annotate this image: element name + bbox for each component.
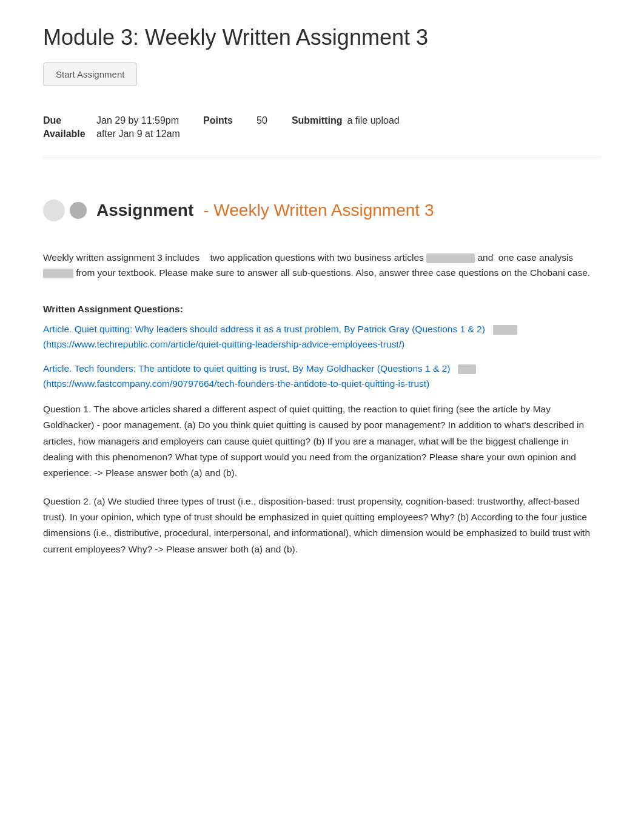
redacted-2: [43, 269, 73, 278]
question2-block: Question 2. (a) We studied three types o…: [43, 494, 601, 557]
submitting-value: a file upload: [347, 115, 399, 126]
section-heading: Written Assignment Questions:: [43, 304, 601, 315]
question2-text: Question 2. (a) We studied three types o…: [43, 494, 601, 557]
meta-info-row1: Due Jan 29 by 11:59pm Points 50 Submitti…: [43, 115, 601, 126]
assignment-header-main: Assignment: [96, 201, 193, 220]
avatar-dark: [70, 202, 87, 219]
points-group: Points 50: [203, 115, 267, 126]
page-title: Module 3: Weekly Written Assignment 3: [43, 24, 601, 50]
assignment-header-sub: - Weekly Written Assignment 3: [203, 201, 434, 220]
submitting-group: Submitting a file upload: [292, 115, 400, 126]
submitting-label: Submitting: [292, 115, 343, 126]
page-container: Module 3: Weekly Written Assignment 3 St…: [31, 0, 613, 594]
divider1: [43, 158, 601, 158]
article2-link[interactable]: Article. Tech founders: The antidote to …: [43, 361, 601, 392]
redacted-1: [426, 253, 475, 263]
assignment-header-box: Assignment - Weekly Written Assignment 3: [43, 187, 601, 227]
intro-paragraph: Weekly written assignment 3 includes two…: [43, 250, 601, 281]
due-group: Due Jan 29 by 11:59pm: [43, 115, 179, 126]
article1-link[interactable]: Article. Quiet quitting: Why leaders sho…: [43, 322, 601, 352]
question1-text: Question 1. The above articles shared a …: [43, 401, 601, 481]
due-value: Jan 29 by 11:59pm: [96, 115, 179, 126]
due-label: Due: [43, 115, 92, 126]
redacted-4: [458, 364, 476, 374]
start-assignment-button[interactable]: Start Assignment: [43, 62, 137, 86]
article2-block: Article. Tech founders: The antidote to …: [43, 361, 601, 392]
available-label: Available: [43, 129, 92, 139]
points-label: Points: [203, 115, 252, 126]
avatar-gray: [43, 200, 65, 221]
points-value: 50: [257, 115, 267, 126]
redacted-3: [493, 325, 517, 335]
meta-info-row2: Available after Jan 9 at 12am: [43, 129, 601, 139]
question1-block: Question 1. The above articles shared a …: [43, 401, 601, 481]
available-value: after Jan 9 at 12am: [96, 129, 180, 139]
avatar-container: [43, 200, 87, 221]
article1-block: Article. Quiet quitting: Why leaders sho…: [43, 322, 601, 352]
